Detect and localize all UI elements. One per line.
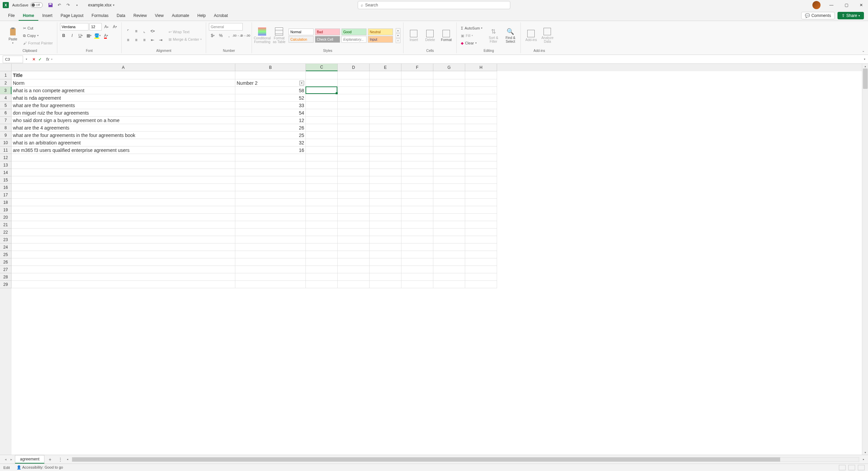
cell-B11[interactable]: 16 (235, 146, 306, 154)
cell-E29[interactable] (370, 281, 401, 288)
select-all-corner[interactable] (0, 64, 12, 71)
percent-icon[interactable]: % (217, 32, 224, 39)
cell-E1[interactable] (370, 71, 401, 79)
cell-A12[interactable] (12, 154, 235, 161)
cell-C2[interactable] (306, 79, 338, 87)
increase-decimal-icon[interactable]: .00→.0 (233, 32, 241, 39)
analyze-data-button[interactable]: Analyze Data (540, 24, 555, 47)
row-header-7[interactable]: 7 (0, 117, 12, 124)
cell-C23[interactable] (306, 236, 338, 243)
sheet-nav-prev-icon[interactable]: ◂ (3, 457, 8, 461)
sort-filter-button[interactable]: ⇅Sort & Filter (486, 24, 501, 47)
cell-E7[interactable] (370, 117, 401, 124)
row-header-12[interactable]: 12 (0, 154, 12, 161)
align-left-icon[interactable]: ≡ (124, 36, 132, 44)
cell-E5[interactable] (370, 102, 401, 109)
cell-A22[interactable] (12, 229, 235, 236)
cell-B7[interactable]: 12 (235, 117, 306, 124)
cell-E25[interactable] (370, 251, 401, 258)
cell-style-input[interactable]: Input (368, 36, 393, 43)
minimize-button[interactable]: — (827, 1, 835, 9)
currency-icon[interactable]: $▾ (209, 32, 216, 39)
clear-button[interactable]: ◆Clear▾ (459, 40, 484, 46)
cell-H26[interactable] (465, 258, 497, 266)
ribbon-tab-automate[interactable]: Automate (168, 11, 193, 21)
cell-F14[interactable] (401, 169, 433, 176)
cell-style-calculation[interactable]: Calculation (289, 36, 314, 43)
cut-button[interactable]: ✂Cut (22, 25, 54, 32)
cell-G8[interactable] (433, 124, 465, 132)
cell-C1[interactable] (306, 71, 338, 79)
cell-H12[interactable] (465, 154, 497, 161)
cell-B19[interactable] (235, 206, 306, 214)
bold-button[interactable]: B (60, 32, 67, 39)
cell-B5[interactable]: 33 (235, 102, 306, 109)
cell-E9[interactable] (370, 132, 401, 139)
cell-C29[interactable] (306, 281, 338, 288)
cell-C24[interactable] (306, 243, 338, 251)
cell-A23[interactable] (12, 236, 235, 243)
cell-B15[interactable] (235, 176, 306, 184)
cell-H23[interactable] (465, 236, 497, 243)
column-header-H[interactable]: H (465, 64, 497, 71)
increase-font-icon[interactable]: A▴ (103, 23, 110, 31)
cell-F10[interactable] (401, 139, 433, 146)
cell-G20[interactable] (433, 214, 465, 221)
autosum-button[interactable]: ΣAutoSum▾ (459, 25, 484, 32)
ribbon-tab-help[interactable]: Help (193, 11, 210, 21)
cell-D19[interactable] (338, 206, 370, 214)
cell-A28[interactable] (12, 273, 235, 281)
cell-style-neutral[interactable]: Neutral (368, 28, 393, 35)
cell-F25[interactable] (401, 251, 433, 258)
cell-G15[interactable] (433, 176, 465, 184)
cell-G10[interactable] (433, 139, 465, 146)
cell-H16[interactable] (465, 184, 497, 191)
row-header-4[interactable]: 4 (0, 94, 12, 102)
increase-indent-icon[interactable]: ⇥ (157, 36, 164, 44)
cell-A8[interactable]: what are the 4 agreements (12, 124, 235, 132)
cell-F3[interactable] (401, 87, 433, 94)
cell-A26[interactable] (12, 258, 235, 266)
scroll-up-icon[interactable]: ▴ (862, 64, 868, 68)
cell-A9[interactable]: what are the four agreements in the four… (12, 132, 235, 139)
cell-B18[interactable] (235, 199, 306, 206)
cell-A2[interactable]: Norm (12, 79, 235, 87)
cell-style-normal[interactable]: Normal (289, 28, 314, 35)
cell-C4[interactable] (306, 94, 338, 102)
user-avatar[interactable] (812, 1, 821, 9)
cell-F22[interactable] (401, 229, 433, 236)
paste-button[interactable]: Paste ▾ (5, 24, 20, 47)
cell-E21[interactable] (370, 221, 401, 229)
column-header-F[interactable]: F (401, 64, 433, 71)
cell-E23[interactable] (370, 236, 401, 243)
row-header-24[interactable]: 24 (0, 243, 12, 251)
cell-D18[interactable] (338, 199, 370, 206)
cell-H11[interactable] (465, 146, 497, 154)
cell-G13[interactable] (433, 161, 465, 169)
row-header-21[interactable]: 21 (0, 221, 12, 229)
cell-E12[interactable] (370, 154, 401, 161)
ribbon-tab-insert[interactable]: Insert (38, 11, 57, 21)
cell-D1[interactable] (338, 71, 370, 79)
column-header-B[interactable]: B (235, 64, 306, 71)
cell-A3[interactable]: what is a non compete agreement (12, 87, 235, 94)
cell-C6[interactable] (306, 109, 338, 117)
cell-D20[interactable] (338, 214, 370, 221)
cell-E10[interactable] (370, 139, 401, 146)
cell-A14[interactable] (12, 169, 235, 176)
ribbon-tab-page-layout[interactable]: Page Layout (57, 11, 87, 21)
cell-G12[interactable] (433, 154, 465, 161)
cell-H25[interactable] (465, 251, 497, 258)
cell-A10[interactable]: what is an arbitration agreement (12, 139, 235, 146)
cell-G16[interactable] (433, 184, 465, 191)
cell-F18[interactable] (401, 199, 433, 206)
cell-B29[interactable] (235, 281, 306, 288)
cell-C17[interactable] (306, 191, 338, 199)
row-header-5[interactable]: 5 (0, 102, 12, 109)
cell-D11[interactable] (338, 146, 370, 154)
cell-C11[interactable] (306, 146, 338, 154)
cell-C3[interactable] (306, 87, 338, 94)
page-break-view-icon[interactable] (858, 465, 865, 470)
cell-A27[interactable] (12, 266, 235, 273)
ribbon-tab-file[interactable]: File (4, 11, 19, 21)
